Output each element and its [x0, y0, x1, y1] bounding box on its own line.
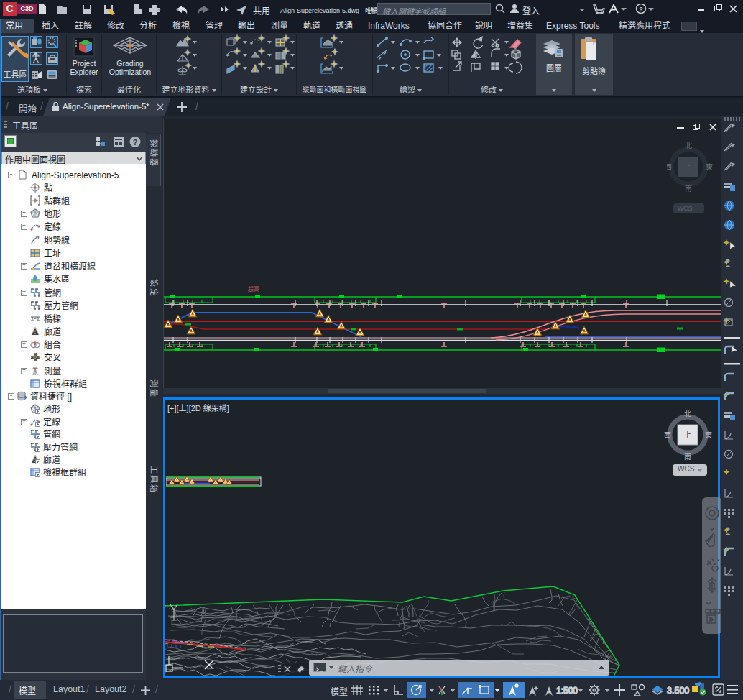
svg-text:?: ? [639, 6, 643, 13]
svg-text:上: 上 [685, 163, 692, 171]
svg-text:東: 東 [705, 430, 712, 439]
svg-text:?: ? [133, 138, 138, 147]
svg-text:西: 西 [664, 431, 671, 439]
svg-text:東: 東 [706, 162, 713, 171]
svg-text:3.500: 3.500 [667, 686, 689, 696]
svg-text:超高: 超高 [248, 285, 259, 293]
svg-text:上: 上 [684, 431, 691, 439]
svg-text:西: 西 [667, 163, 672, 171]
svg-text:南: 南 [685, 184, 692, 193]
svg-text:南: 南 [684, 452, 691, 461]
svg-text:北: 北 [684, 410, 691, 418]
svg-text:WCS: WCS [678, 205, 693, 212]
svg-text:北: 北 [685, 142, 692, 149]
svg-text:1:500: 1:500 [556, 686, 578, 696]
